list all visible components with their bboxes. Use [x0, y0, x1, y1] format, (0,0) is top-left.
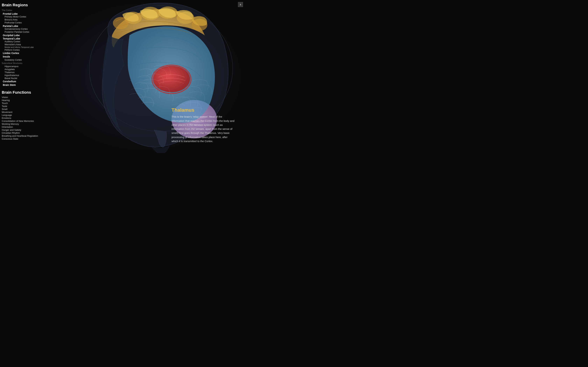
function-item[interactable]: Orientation	[2, 125, 40, 128]
function-item[interactable]: Touch	[2, 102, 40, 105]
somatosensory-cortex[interactable]: Somatosensory Cortex	[2, 27, 40, 30]
cerebellum[interactable]: Cerebellum	[2, 80, 40, 83]
primary-motor-cortex[interactable]: Primary Motor Cortex	[2, 15, 40, 18]
info-title: Thalamus	[172, 107, 234, 113]
amygdala[interactable]: Amygdala	[2, 68, 40, 71]
gustatory-cortex[interactable]: Gustatory Cortex	[2, 58, 40, 61]
function-item[interactable]: Taste	[2, 105, 40, 108]
function-item[interactable]: Working Memory	[2, 123, 40, 125]
info-text: This is the brain's 'relay station'. Mos…	[172, 115, 234, 143]
cortex-label: The Cortex	[2, 9, 40, 12]
parietal-lobe-header[interactable]: Parietal Lobe	[2, 25, 40, 27]
function-item[interactable]: Hunger and Satiety	[2, 128, 40, 131]
prefrontal-cortex[interactable]: Prefrontal Cortex	[2, 21, 40, 24]
regions-title: Brain Regions	[2, 3, 40, 7]
limbic-cortex[interactable]: Limbic Cortex	[2, 51, 40, 55]
svg-point-9	[153, 66, 190, 92]
function-item[interactable]: Smell	[2, 108, 40, 111]
close-button[interactable]: X	[238, 2, 243, 7]
function-item[interactable]: Breathing and Heartbeat Regulation	[2, 134, 40, 137]
brain-area[interactable]: Thalamus This is the brain's 'relay stat…	[42, 0, 245, 153]
frontal-lobe-header[interactable]: Frontal Lobe	[2, 12, 40, 15]
functions-title: Brain Functions	[2, 90, 40, 95]
function-item[interactable]: Language	[2, 114, 40, 117]
temporal-lobe-header[interactable]: Temporal Lobe	[2, 37, 40, 40]
functions-list: VisionHearingTouchTasteSmellMovementLang…	[2, 96, 40, 140]
sidebar: Brain Regions The Cortex Frontal Lobe Pr…	[0, 0, 42, 153]
medial-inferior-temporal[interactable]: Medial and Inferior Temporal Lobe	[2, 46, 40, 48]
brocas-area[interactable]: Broca's Area	[2, 18, 40, 21]
posterior-parietal-cortex[interactable]: Posterior Parietal Cortex	[2, 30, 40, 33]
function-item[interactable]: Movement	[2, 111, 40, 114]
wernickes-area[interactable]: Wernicke's Area	[2, 43, 40, 46]
main-container: Brain Regions The Cortex Frontal Lobe Pr…	[0, 0, 245, 153]
function-item[interactable]: Hearing	[2, 99, 40, 102]
thalamus[interactable]: Thalamus	[2, 71, 40, 74]
info-panel: Thalamus This is the brain's 'relay stat…	[172, 107, 234, 143]
basal-nuclei[interactable]: Basal Nuclei	[2, 77, 40, 80]
piriform-cortex[interactable]: Piriform Cortex	[2, 48, 40, 51]
hippocampus[interactable]: Hippocampus	[2, 65, 40, 68]
function-item[interactable]: Consolidation of New Memories	[2, 119, 40, 123]
insula[interactable]: Insula	[2, 55, 40, 58]
function-item[interactable]: Vision	[2, 96, 40, 99]
occipital-lobe-header[interactable]: Occipital Lobe	[2, 34, 40, 37]
hypothalamus[interactable]: Hypothalamus	[2, 74, 40, 77]
function-item[interactable]: Conscious State	[2, 137, 40, 140]
function-item[interactable]: Circadian Rhythm	[2, 131, 40, 134]
subcortical-label: Subcortical Structures	[2, 62, 40, 65]
brain-stem[interactable]: Brain Stem	[2, 83, 40, 87]
auditory-cortex[interactable]: Auditory Cortex	[2, 40, 40, 43]
function-item[interactable]: Emotions	[2, 117, 40, 119]
